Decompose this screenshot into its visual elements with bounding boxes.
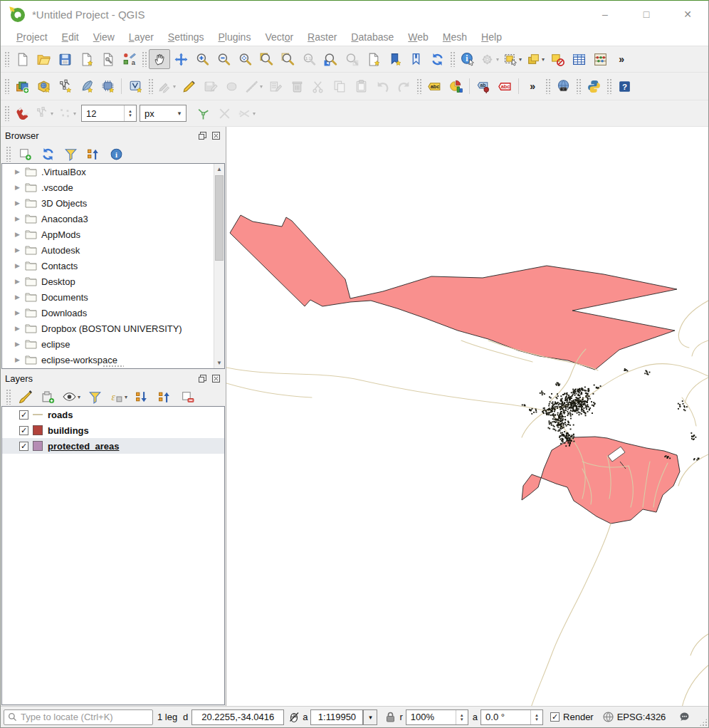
metasearch-button[interactable] — [552, 76, 574, 96]
toolbar-grip[interactable] — [4, 51, 9, 67]
zoom-to-selection-button[interactable] — [277, 49, 298, 69]
toolbar-grip[interactable] — [6, 146, 11, 162]
show-layout-manager-button[interactable] — [97, 49, 118, 69]
expand-arrow-icon[interactable]: ▶ — [15, 262, 25, 269]
toolbar-grip[interactable] — [576, 78, 581, 94]
filter-legend-button[interactable] — [84, 387, 105, 407]
minimize-button[interactable]: – — [584, 1, 626, 28]
browser-item[interactable]: ▶.vscode — [2, 180, 224, 195]
modify-attributes-button[interactable] — [265, 76, 286, 96]
style-manager-button[interactable]: a — [118, 49, 140, 69]
snapping-units-combo[interactable]: px ▾ — [140, 105, 187, 122]
scale-dropdown-button[interactable]: ▾ — [363, 709, 377, 725]
toolbar-grip[interactable] — [142, 51, 147, 67]
browser-item[interactable]: ▶Desktop — [2, 274, 224, 289]
save-project-button[interactable] — [54, 49, 75, 69]
highlight-labels-button[interactable]: abc — [494, 76, 515, 96]
layer-row-roads[interactable]: ✓roads — [2, 407, 224, 422]
render-checkbox[interactable]: ✓ — [550, 712, 560, 722]
menu-view[interactable]: View — [86, 29, 122, 45]
spinbox-arrows[interactable]: ▲▼ — [124, 105, 136, 121]
snapping-tolerance-spinbox[interactable]: 12 ▲▼ — [81, 105, 137, 122]
expand-arrow-icon[interactable]: ▶ — [15, 231, 25, 238]
browser-item[interactable]: ▶Contacts — [2, 258, 224, 274]
rotation-spinbox[interactable]: 0.0 ° ▲▼ — [480, 709, 543, 725]
remove-layer-button[interactable] — [177, 387, 198, 407]
layers-float-button[interactable] — [196, 374, 208, 384]
layer-labeling-button[interactable]: abc — [424, 76, 445, 96]
browser-item[interactable]: ▶AppMods — [2, 227, 224, 242]
run-feature-action-button[interactable]: ▾ — [478, 49, 501, 69]
zoom-last-button[interactable] — [320, 49, 341, 69]
snap-on-intersection-button[interactable] — [214, 103, 235, 123]
scrollbar-thumb[interactable] — [215, 175, 224, 261]
expand-all-button[interactable] — [131, 387, 152, 407]
pin-labels-button[interactable]: ab — [473, 76, 494, 96]
toolbar-grip[interactable] — [148, 78, 153, 94]
collapse-all-button[interactable] — [83, 144, 104, 164]
menu-raster[interactable]: Raster — [300, 29, 344, 45]
coordinate-box[interactable]: 20.2255,-34.0416 — [191, 709, 284, 725]
render-toggle[interactable]: ✓ Render — [550, 712, 594, 722]
expand-arrow-icon[interactable]: ▶ — [15, 246, 25, 254]
refresh-button[interactable] — [426, 49, 448, 69]
open-attribute-table-button[interactable] — [568, 49, 589, 69]
deselect-features-button[interactable] — [547, 49, 568, 69]
scale-box[interactable]: 1:119950 — [310, 709, 363, 725]
zoom-next-button[interactable] — [341, 49, 362, 69]
copy-features-button[interactable] — [329, 76, 350, 96]
menu-settings[interactable]: Settings — [161, 29, 211, 45]
expand-arrow-icon[interactable]: ▶ — [15, 325, 25, 332]
browser-close-button[interactable] — [210, 131, 221, 141]
menu-edit[interactable]: Edit — [55, 29, 86, 45]
save-layer-edits-button[interactable] — [199, 76, 221, 96]
new-spatialite-layer-button[interactable] — [75, 76, 97, 96]
cut-features-button[interactable] — [308, 76, 329, 96]
open-layer-styling-button[interactable] — [14, 387, 36, 407]
window-resize-grip[interactable] — [699, 718, 708, 727]
layers-close-button[interactable] — [210, 374, 221, 384]
refresh-browser-button[interactable] — [37, 144, 58, 164]
new-project-button[interactable] — [11, 49, 33, 69]
crs-button[interactable] — [602, 711, 614, 723]
layer-visibility-checkbox[interactable]: ✓ — [19, 410, 28, 420]
manage-map-themes-button[interactable]: ▾ — [60, 387, 83, 407]
new-print-layout-button[interactable] — [75, 49, 97, 69]
browser-item[interactable]: ▶Dropbox (BOSTON UNIVERSITY) — [2, 321, 224, 336]
messages-button[interactable] — [678, 711, 690, 723]
pan-map-button[interactable] — [149, 49, 170, 69]
data-source-manager-button[interactable] — [11, 76, 33, 96]
zoom-native-button[interactable]: 1:1 — [298, 49, 320, 69]
new-map-view-button[interactable] — [362, 49, 384, 69]
menu-database[interactable]: Database — [344, 29, 401, 45]
snapping-type-button[interactable]: ▾ — [56, 103, 78, 123]
toolbar-grip[interactable] — [606, 78, 611, 94]
zoom-full-button[interactable] — [234, 49, 256, 69]
new-spatial-bookmark-button[interactable] — [384, 49, 405, 69]
statistical-summary-button[interactable] — [589, 49, 611, 69]
browser-item[interactable]: ▶Autodesk — [2, 242, 224, 258]
python-console-button[interactable] — [583, 76, 604, 96]
expand-arrow-icon[interactable]: ▶ — [15, 340, 25, 348]
expand-arrow-icon[interactable]: ▶ — [15, 184, 25, 191]
expand-arrow-icon[interactable]: ▶ — [15, 293, 25, 301]
toolbar-grip[interactable] — [4, 78, 9, 94]
redo-button[interactable] — [393, 76, 414, 96]
filter-by-expression-button[interactable]: ε▾ — [107, 387, 130, 407]
menu-plugins[interactable]: Plugins — [211, 29, 258, 45]
browser-item[interactable]: ▶Documents — [2, 289, 224, 305]
expand-arrow-icon[interactable]: ▶ — [15, 278, 25, 285]
identify-features-button[interactable]: i — [457, 49, 478, 69]
snapping-mode-button[interactable]: ▾ — [33, 103, 56, 123]
delete-selected-button[interactable] — [286, 76, 308, 96]
expand-arrow-icon[interactable]: ▶ — [15, 309, 25, 316]
toolbar-grip[interactable] — [416, 78, 421, 94]
menu-layer[interactable]: Layer — [122, 29, 161, 45]
expand-arrow-icon[interactable]: ▶ — [15, 199, 25, 207]
help-contents-button[interactable]: ? — [614, 76, 635, 96]
zoom-in-button[interactable] — [191, 49, 213, 69]
collapse-all-layers-button[interactable] — [154, 387, 175, 407]
menu-help[interactable]: Help — [474, 29, 509, 45]
menu-vector[interactable]: Vector — [258, 29, 300, 45]
lock-scale-button[interactable] — [384, 711, 396, 723]
